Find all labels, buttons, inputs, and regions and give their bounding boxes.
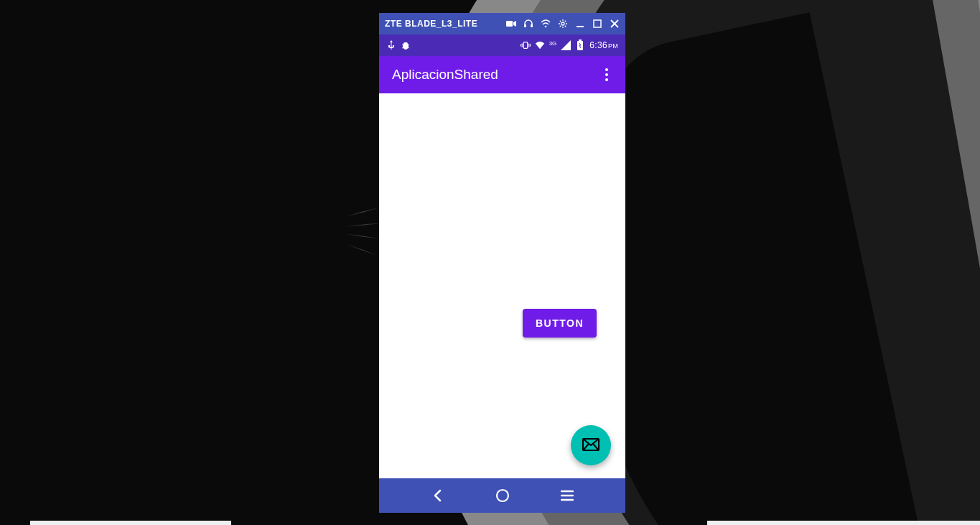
background-whisker bbox=[345, 223, 384, 227]
svg-rect-2 bbox=[531, 24, 533, 27]
network-type-label: 3G bbox=[549, 40, 557, 47]
app-title: AplicacionShared bbox=[392, 67, 599, 83]
debug-icon bbox=[401, 40, 411, 50]
battery-icon bbox=[575, 40, 585, 50]
wifi-icon[interactable] bbox=[541, 19, 551, 29]
headphones-icon[interactable] bbox=[523, 19, 533, 29]
recent-apps-button[interactable] bbox=[560, 488, 574, 503]
close-icon[interactable] bbox=[610, 19, 620, 29]
svg-rect-0 bbox=[506, 21, 513, 27]
overflow-menu-icon[interactable] bbox=[599, 68, 614, 81]
app-content: BUTTON bbox=[379, 93, 625, 478]
emulator-window: ZTE BLADE_L3_LITE bbox=[379, 13, 625, 513]
android-nav-bar bbox=[379, 478, 625, 513]
minimize-icon[interactable] bbox=[575, 19, 585, 29]
svg-point-3 bbox=[545, 26, 547, 28]
svg-rect-6 bbox=[594, 20, 601, 27]
svg-point-11 bbox=[406, 42, 408, 44]
vibrate-icon bbox=[521, 40, 531, 50]
svg-point-9 bbox=[403, 42, 409, 50]
android-status-bar: 3G 6:36PM bbox=[379, 34, 625, 56]
emulator-titlebar: ZTE BLADE_L3_LITE bbox=[379, 13, 625, 34]
usb-icon bbox=[386, 40, 396, 50]
svg-line-14 bbox=[402, 47, 403, 48]
svg-line-15 bbox=[408, 47, 409, 48]
desktop-bottom-strip bbox=[30, 521, 231, 525]
background-whisker bbox=[347, 244, 378, 256]
home-button[interactable] bbox=[495, 488, 510, 503]
background-whisker bbox=[345, 233, 381, 239]
back-button[interactable] bbox=[431, 488, 445, 503]
svg-rect-1 bbox=[524, 24, 526, 27]
desktop-bottom-strip bbox=[707, 521, 980, 525]
video-icon[interactable] bbox=[506, 19, 516, 29]
app-bar: AplicacionShared bbox=[379, 56, 625, 93]
time-value: 6:36 bbox=[589, 40, 607, 50]
settings-icon[interactable] bbox=[558, 19, 568, 29]
device-name-label: ZTE BLADE_L3_LITE bbox=[385, 19, 506, 29]
maximize-icon[interactable] bbox=[592, 19, 602, 29]
svg-rect-22 bbox=[579, 40, 582, 41]
background-whisker bbox=[346, 207, 381, 217]
svg-point-10 bbox=[404, 42, 406, 44]
wifi-status-icon bbox=[535, 40, 545, 50]
svg-rect-16 bbox=[523, 42, 527, 49]
status-time: 6:36PM bbox=[589, 40, 618, 50]
signal-icon bbox=[561, 40, 571, 50]
time-period: PM bbox=[608, 42, 618, 50]
svg-point-24 bbox=[497, 490, 508, 501]
svg-point-4 bbox=[561, 22, 564, 25]
main-button[interactable]: BUTTON bbox=[523, 309, 597, 338]
mail-icon bbox=[582, 438, 599, 453]
fab-mail-button[interactable] bbox=[571, 425, 611, 465]
